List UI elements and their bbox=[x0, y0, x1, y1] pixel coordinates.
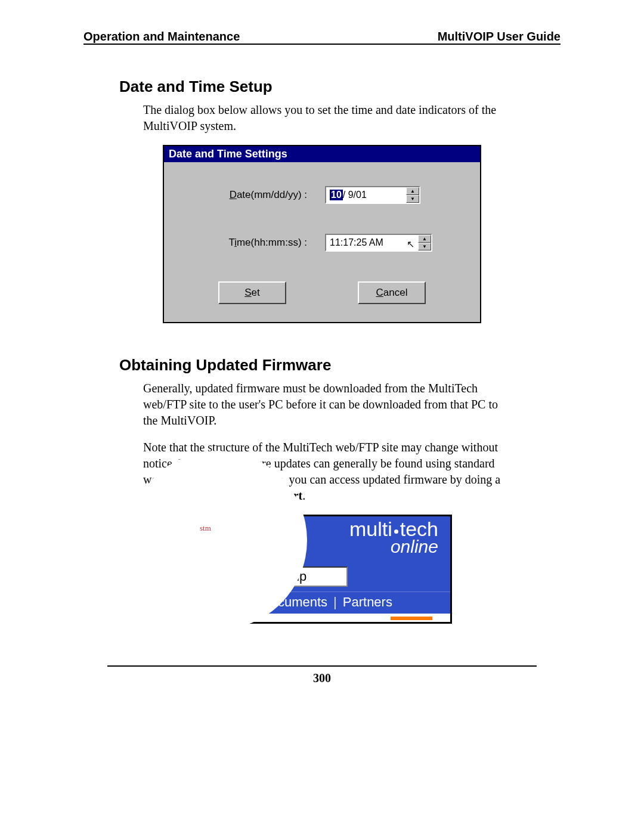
date-selected-part: 10 bbox=[330, 190, 343, 200]
web-logo: multitech online bbox=[349, 519, 438, 556]
date-spinner[interactable]: 10/ 9/01 ▲ ▼ bbox=[325, 186, 420, 204]
date-up-arrow[interactable]: ▲ bbox=[406, 187, 419, 195]
section2-paragraph1: Generally, updated firmware must be down… bbox=[143, 380, 513, 429]
set-button[interactable]: Set bbox=[218, 281, 286, 304]
cancel-button[interactable]: Cancel bbox=[358, 281, 426, 304]
time-spinner[interactable]: 11:17:25 AM ↖ ▲ ▼ bbox=[325, 234, 432, 252]
section1-paragraph: The dialog box below allows you to set t… bbox=[143, 102, 513, 134]
page-number: 300 bbox=[83, 671, 561, 685]
section2-title: Obtaining Updated Firmware bbox=[119, 356, 561, 374]
time-label: Time(hh:mm:ss) : bbox=[182, 237, 325, 249]
section1-title: Date and Time Setup bbox=[119, 78, 561, 96]
date-time-dialog: Date and Time Settings Date(mm/dd/yy) : … bbox=[163, 145, 481, 323]
time-up-arrow[interactable]: ▲ bbox=[418, 235, 431, 243]
multitech-website-image: stm multitech online search Support | Do… bbox=[192, 515, 452, 624]
footer-rule bbox=[107, 665, 537, 667]
nav-partners[interactable]: Partners bbox=[343, 594, 392, 610]
time-value: 11:17:25 AM bbox=[326, 235, 418, 250]
header-rule bbox=[83, 44, 561, 45]
web-tag: stm bbox=[200, 524, 211, 533]
header-left: Operation and Maintenance bbox=[83, 30, 240, 44]
header-right: MultiVOIP User Guide bbox=[438, 30, 561, 44]
dialog-title-bar: Date and Time Settings bbox=[164, 146, 480, 162]
date-label: Date(mm/dd/yy) : bbox=[182, 189, 325, 201]
date-rest-part: / 9/01 bbox=[343, 190, 367, 200]
time-down-arrow[interactable]: ▼ bbox=[418, 243, 431, 250]
date-down-arrow[interactable]: ▼ bbox=[406, 195, 419, 203]
